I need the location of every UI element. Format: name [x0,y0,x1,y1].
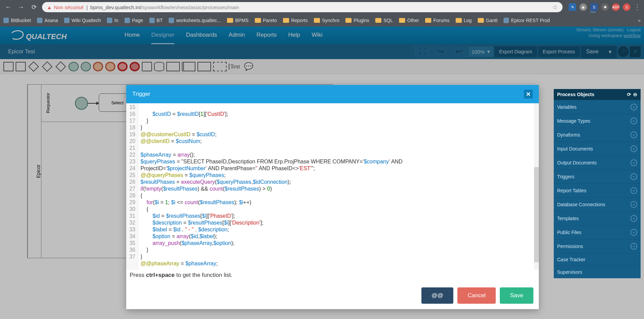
scrollbar-thumb[interactable] [534,167,539,262]
bookmarks-bar: BitBucketAsanaWiki QualtechInPageBTworks… [0,14,644,26]
bookmark-item[interactable]: Other [399,18,419,23]
profile-icon[interactable]: S [623,3,630,11]
trigger-modal: Trigger ✕ 15 16 17 18 19 20 21 22 23 24 … [126,85,539,309]
bookmark-item[interactable]: Page [125,18,143,23]
process-object-report-tables[interactable]: Report Tables+ [554,183,641,197]
process-object-public-files[interactable]: Public Files+ [554,225,641,239]
add-icon[interactable]: + [630,187,637,194]
bookmark-item[interactable]: BT [149,18,163,23]
editor-gutter: 15 16 17 18 19 20 21 22 23 24 25 26 27 2… [126,103,138,270]
add-icon[interactable]: + [630,243,637,250]
process-object-permissions[interactable]: Permissions+ [554,239,641,253]
cancel-button[interactable]: Cancel [457,287,496,304]
url-text: bpms_dev.qualtech.int/sysworkflow/en/neo… [90,4,239,10]
modal-title: Trigger [132,91,150,98]
bookmarks-overflow-icon[interactable]: » [638,18,641,23]
menu-icon[interactable]: ⋮ [634,3,641,11]
modal-footer: @@ Cancel Save [126,282,539,309]
editor-content[interactable]: $custID = $resultID[1]['CustID']; } } @@… [138,103,539,270]
back-icon[interactable]: ← [3,4,13,11]
security-warning: ▲ Non sécurisé [47,4,83,10]
modal-header: Trigger ✕ [126,85,539,103]
bookmark-item[interactable]: Log [456,18,472,23]
process-object-supervisors[interactable]: Supervisors [554,266,641,278]
bookmark-star-icon[interactable]: ☆ [552,3,558,11]
bookmark-item[interactable]: SQL [375,18,393,23]
forward-icon[interactable]: → [16,4,26,11]
code-editor[interactable]: 15 16 17 18 19 20 21 22 23 24 25 26 27 2… [126,103,539,270]
bookmark-item[interactable]: BPMS [227,18,249,23]
process-object-database-connections[interactable]: Database Connections+ [554,197,641,211]
at-vars-button[interactable]: @@ [421,287,454,304]
modal-close-icon[interactable]: ✕ [524,90,533,99]
add-icon[interactable]: + [630,215,637,222]
bookmark-item[interactable]: Gantt [478,18,497,23]
add-icon[interactable]: + [630,173,637,180]
add-icon[interactable]: + [630,104,637,110]
extension-icon[interactable]: ✎ [569,3,576,11]
bookmark-item[interactable]: Synchro [314,18,339,23]
process-object-triggers[interactable]: Triggers+ [554,170,641,183]
process-object-case-tracker[interactable]: Case Tracker [554,253,641,266]
process-objects-header: Process Objects ⟳ ⊖ [554,89,641,100]
editor-hint: Press ctrl+space to get the function lis… [126,270,539,282]
bookmark-item[interactable]: Epicor REST Prod [504,18,550,23]
bookmark-item[interactable]: Reports [283,18,308,23]
extensions: ✎ ◉ SNew ✱ ABP S ⋮ [569,3,641,11]
process-object-variables[interactable]: Variables+ [554,100,641,114]
add-icon[interactable]: + [630,159,637,166]
process-object-input-documents[interactable]: Input Documents+ [554,142,641,156]
add-icon[interactable]: + [630,131,637,138]
bookmark-item[interactable]: Wiki Qualtech [64,18,101,23]
extension-icon[interactable]: ABP [612,3,620,11]
bookmark-item[interactable]: Pareto [255,18,277,23]
bookmark-item[interactable]: In [107,18,118,23]
bookmark-item[interactable]: Asana [37,18,58,23]
address-bar[interactable]: ▲ Non sécurisé | bpms_dev.qualtech.int/s… [42,2,563,12]
bookmark-item[interactable]: worksheets.qualtec... [169,18,221,23]
reload-icon[interactable]: ⟳ [29,3,39,11]
refresh-icon[interactable]: ⟳ [627,92,631,97]
process-objects-panel: Process Objects ⟳ ⊖ Variables+Message Ty… [554,89,641,278]
browser-toolbar: ← → ⟳ ▲ Non sécurisé | bpms_dev.qualtech… [0,0,644,14]
extension-icon[interactable]: ✱ [601,3,609,11]
add-icon[interactable]: + [630,201,637,208]
add-icon[interactable]: + [630,118,637,124]
process-object-dynaforms[interactable]: Dynaforms+ [554,128,641,142]
bookmark-item[interactable]: Forums [425,18,449,23]
add-icon[interactable]: + [630,229,637,236]
process-object-output-documents[interactable]: Output Documents+ [554,156,641,170]
process-object-message-types[interactable]: Message Types+ [554,114,641,128]
extension-icon[interactable]: SNew [590,3,598,11]
save-button[interactable]: Save [500,287,533,304]
extension-icon[interactable]: ◉ [580,3,587,11]
bookmark-item[interactable]: BitBucket [3,18,31,23]
collapse-icon[interactable]: ⊖ [633,92,637,97]
add-icon[interactable]: + [630,145,637,152]
bookmark-item[interactable]: Plugins [345,18,369,23]
process-object-templates[interactable]: Templates+ [554,211,641,225]
